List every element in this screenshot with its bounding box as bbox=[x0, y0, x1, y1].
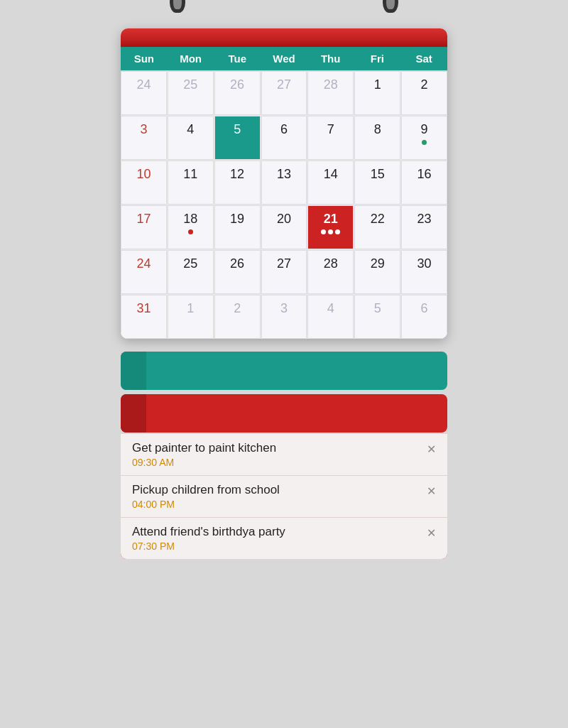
cal-day-36[interactable]: 1 bbox=[168, 295, 214, 339]
task-title: Get painter to paint kitchen bbox=[132, 441, 420, 455]
cal-day-21[interactable]: 17 bbox=[121, 205, 167, 249]
cal-day-14[interactable]: 10 bbox=[121, 161, 167, 205]
cal-day-31[interactable]: 27 bbox=[261, 250, 307, 294]
cal-day-41[interactable]: 6 bbox=[401, 295, 447, 339]
task-item-0: Get painter to paint kitchen09:30 AM✕ bbox=[121, 434, 447, 476]
cal-day-17[interactable]: 13 bbox=[261, 161, 307, 205]
binder-rings bbox=[0, 0, 568, 13]
cal-day-20[interactable]: 16 bbox=[401, 161, 447, 205]
cal-day-35[interactable]: 31 bbox=[121, 295, 167, 339]
task-time: 04:00 PM bbox=[132, 499, 420, 510]
task-content: Pickup children from school04:00 PM bbox=[132, 483, 420, 510]
day-number: 17 bbox=[136, 212, 151, 227]
calendar-header bbox=[121, 28, 447, 47]
task-close-button[interactable]: ✕ bbox=[427, 442, 436, 456]
day-number: 13 bbox=[277, 167, 291, 182]
day-number: 23 bbox=[417, 212, 432, 227]
cal-day-19[interactable]: 15 bbox=[354, 161, 400, 205]
cal-day-10[interactable]: 6 bbox=[261, 116, 307, 160]
day-number: 27 bbox=[277, 256, 291, 271]
day-header-mon: Mon bbox=[168, 47, 214, 70]
day-header-thu: Thu bbox=[307, 47, 354, 70]
day-header-fri: Fri bbox=[354, 47, 401, 70]
day-number: 11 bbox=[183, 167, 197, 182]
day-number: 8 bbox=[374, 122, 381, 137]
cal-day-13[interactable]: 9 bbox=[401, 116, 447, 160]
cal-day-22[interactable]: 18 bbox=[168, 205, 214, 249]
cal-day-16[interactable]: 12 bbox=[214, 161, 261, 205]
cal-day-28[interactable]: 24 bbox=[121, 250, 167, 294]
day-number: 25 bbox=[183, 256, 197, 271]
day-number: 9 bbox=[421, 122, 428, 137]
cal-day-6[interactable]: 2 bbox=[401, 71, 447, 115]
cal-day-34[interactable]: 30 bbox=[401, 250, 447, 294]
day-number: 12 bbox=[230, 167, 244, 182]
day-number: 18 bbox=[183, 212, 197, 227]
day-number: 31 bbox=[136, 301, 151, 316]
cal-day-26[interactable]: 22 bbox=[354, 205, 400, 249]
cal-day-7[interactable]: 3 bbox=[121, 116, 167, 160]
cal-day-11[interactable]: 7 bbox=[307, 116, 354, 160]
task-close-button[interactable]: ✕ bbox=[427, 526, 436, 540]
day-number: 28 bbox=[324, 256, 338, 271]
cal-day-5[interactable]: 1 bbox=[354, 71, 400, 115]
day-header-sun: Sun bbox=[121, 47, 168, 70]
cal-day-4[interactable]: 28 bbox=[307, 71, 354, 115]
cal-day-3[interactable]: 27 bbox=[261, 71, 307, 115]
day-number: 27 bbox=[277, 77, 291, 92]
day-header-tue: Tue bbox=[214, 47, 261, 70]
task-content: Get painter to paint kitchen09:30 AM bbox=[132, 441, 420, 468]
day-number: 30 bbox=[417, 256, 432, 271]
day-number: 22 bbox=[371, 212, 385, 227]
cal-day-9[interactable]: 5 bbox=[214, 116, 261, 160]
day-number: 14 bbox=[324, 167, 338, 182]
cal-day-37[interactable]: 2 bbox=[214, 295, 261, 339]
day-number: 3 bbox=[140, 122, 147, 137]
calendar-grid: 2425262728123456789101112131415161718192… bbox=[121, 70, 447, 339]
cal-day-12[interactable]: 8 bbox=[354, 116, 400, 160]
day-number: 15 bbox=[371, 167, 385, 182]
cal-day-27[interactable]: 23 bbox=[401, 205, 447, 249]
cal-day-29[interactable]: 25 bbox=[168, 250, 214, 294]
cal-day-1[interactable]: 25 bbox=[168, 71, 214, 115]
day-number: 21 bbox=[324, 212, 338, 227]
day-number: 19 bbox=[230, 212, 244, 227]
task-title: Pickup children from school bbox=[132, 483, 420, 497]
day-header-wed: Wed bbox=[261, 47, 307, 70]
day-number: 20 bbox=[277, 212, 291, 227]
task-title: Attend friend's birthdya party bbox=[132, 525, 420, 539]
cal-day-18[interactable]: 14 bbox=[307, 161, 354, 205]
cal-day-39[interactable]: 4 bbox=[307, 295, 354, 339]
cal-day-25[interactable]: 21 bbox=[307, 205, 354, 249]
cal-day-30[interactable]: 26 bbox=[214, 250, 261, 294]
cal-day-32[interactable]: 28 bbox=[307, 250, 354, 294]
task-close-button[interactable]: ✕ bbox=[427, 484, 436, 498]
cal-day-24[interactable]: 20 bbox=[261, 205, 307, 249]
day-number: 6 bbox=[421, 301, 428, 316]
cal-day-2[interactable]: 26 bbox=[214, 71, 261, 115]
cal-day-0[interactable]: 24 bbox=[121, 71, 167, 115]
day-number: 2 bbox=[421, 77, 428, 92]
day-number: 2 bbox=[234, 301, 241, 316]
cal-day-23[interactable]: 19 bbox=[214, 205, 261, 249]
task-item-2: Attend friend's birthdya party07:30 PM✕ bbox=[121, 518, 447, 559]
day-number: 29 bbox=[371, 256, 385, 271]
day-number: 3 bbox=[280, 301, 288, 316]
day-number: 26 bbox=[230, 77, 244, 92]
task-bar[interactable] bbox=[121, 394, 447, 433]
ring-right bbox=[383, 0, 398, 13]
task-time: 07:30 PM bbox=[132, 540, 420, 552]
cal-day-40[interactable]: 5 bbox=[354, 295, 400, 339]
cal-day-33[interactable]: 29 bbox=[354, 250, 400, 294]
day-number: 26 bbox=[230, 256, 244, 271]
day-header-sat: Sat bbox=[400, 47, 447, 70]
cal-day-8[interactable]: 4 bbox=[168, 116, 214, 160]
event-bar[interactable] bbox=[121, 352, 447, 390]
event-bar-date bbox=[121, 352, 146, 390]
day-number: 4 bbox=[327, 301, 334, 316]
cal-day-38[interactable]: 3 bbox=[261, 295, 307, 339]
day-number: 7 bbox=[327, 122, 334, 137]
day-number: 28 bbox=[324, 77, 338, 92]
cal-day-15[interactable]: 11 bbox=[168, 161, 214, 205]
day-number: 1 bbox=[187, 301, 194, 316]
